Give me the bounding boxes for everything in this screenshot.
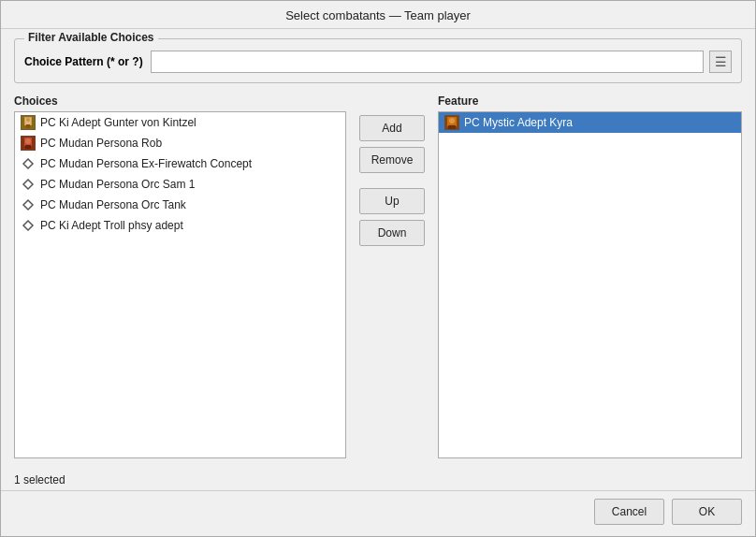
- cancel-button[interactable]: Cancel: [594, 499, 664, 525]
- diamond-icon: [21, 177, 36, 192]
- down-button[interactable]: Down: [359, 220, 425, 246]
- diamond-icon: [21, 156, 36, 171]
- list-item[interactable]: PC Ki Adept Troll phsy adept: [15, 215, 345, 236]
- status-bar: 1 selected: [1, 468, 755, 490]
- svg-point-15: [449, 118, 455, 123]
- ok-button[interactable]: OK: [672, 499, 742, 525]
- feature-label: Feature: [438, 94, 742, 108]
- portrait_mystic-icon: [444, 115, 459, 130]
- filter-row: Choice Pattern (* or ?) ☰: [24, 51, 732, 73]
- list-item[interactable]: PC Mudan Persona Rob: [15, 133, 345, 153]
- list-item[interactable]: PC Mystic Adept Kyra: [439, 112, 741, 133]
- item-label: PC Ki Adept Troll phsy adept: [40, 219, 183, 232]
- svg-rect-8: [25, 145, 31, 149]
- filter-group: Filter Available Choices Choice Pattern …: [14, 38, 742, 83]
- filter-label: Choice Pattern (* or ?): [24, 55, 143, 68]
- svg-marker-11: [23, 200, 33, 210]
- item-label: PC Ki Adept Gunter von Kintzel: [40, 116, 196, 129]
- svg-marker-12: [23, 221, 33, 230]
- diamond-icon: [21, 218, 36, 233]
- remove-button[interactable]: Remove: [359, 147, 425, 173]
- up-button[interactable]: Up: [359, 188, 425, 214]
- lists-area: Choices PC Ki Adept Gunter von KintzelPC…: [14, 94, 742, 458]
- list-item[interactable]: PC Ki Adept Gunter von Kintzel: [15, 112, 345, 133]
- svg-rect-4: [26, 124, 30, 128]
- diamond-icon: [21, 197, 36, 212]
- action-buttons-section: Add Remove Up Down: [346, 94, 438, 458]
- svg-marker-10: [23, 180, 33, 189]
- add-button[interactable]: Add: [359, 115, 425, 141]
- item-label: PC Mudan Persona Rob: [40, 137, 162, 150]
- filter-menu-icon: ☰: [715, 54, 727, 69]
- filter-legend: Filter Available Choices: [24, 31, 158, 44]
- select-combatants-dialog: Select combatants — Team player Filter A…: [0, 0, 756, 537]
- feature-listbox[interactable]: PC Mystic Adept Kyra: [438, 111, 742, 458]
- status-text: 1 selected: [14, 473, 65, 486]
- svg-point-7: [25, 138, 31, 144]
- list-item[interactable]: PC Mudan Persona Orc Sam 1: [15, 174, 345, 195]
- dialog-footer: Cancel OK: [1, 490, 755, 536]
- choices-label: Choices: [14, 94, 346, 108]
- dialog-body: Filter Available Choices Choice Pattern …: [1, 29, 755, 468]
- choices-listbox[interactable]: PC Ki Adept Gunter von KintzelPC Mudan P…: [14, 111, 346, 458]
- svg-marker-9: [23, 159, 33, 168]
- item-label: PC Mudan Persona Orc Sam 1: [40, 178, 195, 191]
- svg-rect-16: [448, 125, 456, 129]
- dialog-title: Select combatants — Team player: [1, 1, 755, 29]
- svg-point-3: [26, 118, 30, 122]
- filter-menu-button[interactable]: ☰: [709, 51, 732, 73]
- list-item[interactable]: PC Mudan Persona Orc Tank: [15, 195, 345, 215]
- feature-section: Feature PC Mystic Adept Kyra: [438, 94, 742, 458]
- portrait_mudan-icon: [21, 136, 36, 151]
- choices-section: Choices PC Ki Adept Gunter von KintzelPC…: [14, 94, 346, 458]
- list-item[interactable]: PC Mudan Persona Ex-Firewatch Concept: [15, 153, 345, 174]
- item-label: PC Mudan Persona Ex-Firewatch Concept: [40, 157, 252, 170]
- choice-pattern-input[interactable]: [151, 51, 704, 73]
- item-label: PC Mystic Adept Kyra: [464, 116, 573, 129]
- item-label: PC Mudan Persona Orc Tank: [40, 198, 186, 211]
- portrait_ki-icon: [21, 115, 36, 130]
